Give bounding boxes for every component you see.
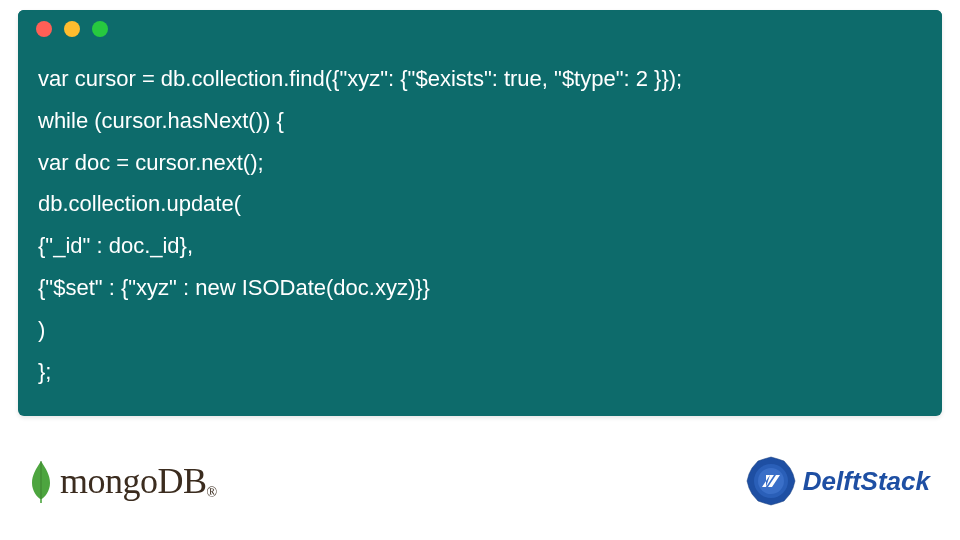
code-line: var doc = cursor.next(); (38, 150, 264, 175)
code-line: {"_id" : doc._id}, (38, 233, 193, 258)
mongodb-leaf-icon (30, 459, 52, 503)
delftstack-gear-icon (745, 455, 797, 507)
window-title-bar (18, 10, 942, 48)
code-window: var cursor = db.collection.find({"xyz": … (18, 10, 942, 416)
code-line: {"$set" : {"xyz" : new ISODate(doc.xyz)}… (38, 275, 430, 300)
code-line: ) (38, 317, 45, 342)
code-line: }; (38, 359, 51, 384)
code-line: db.collection.update( (38, 191, 241, 216)
code-body: var cursor = db.collection.find({"xyz": … (18, 48, 942, 416)
mongodb-logo: mongoDB® (30, 459, 217, 503)
delftstack-logo: DelftStack (745, 455, 930, 507)
minimize-dot-icon (64, 21, 80, 37)
maximize-dot-icon (92, 21, 108, 37)
mongodb-reg-mark: ® (207, 485, 217, 500)
close-dot-icon (36, 21, 52, 37)
mongodb-label: mongoDB (60, 461, 207, 501)
code-line: while (cursor.hasNext()) { (38, 108, 284, 133)
footer: mongoDB® DelftStack (0, 416, 960, 540)
mongodb-text: mongoDB® (60, 460, 217, 502)
delftstack-text: DelftStack (803, 466, 930, 497)
svg-point-2 (758, 468, 784, 494)
code-line: var cursor = db.collection.find({"xyz": … (38, 66, 682, 91)
